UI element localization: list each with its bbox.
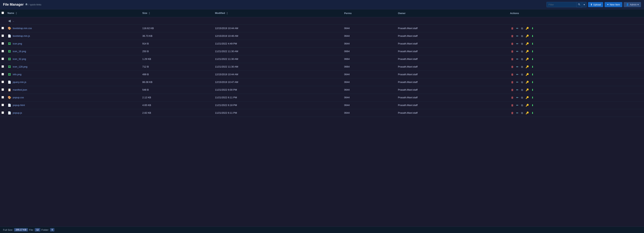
row-checkbox[interactable] (2, 81, 4, 83)
permissions-button[interactable]: 🔑 (525, 26, 530, 30)
row-checkbox-cell[interactable] (0, 78, 6, 86)
download-button[interactable]: ⬇ (530, 111, 535, 115)
admin-button[interactable]: 👤 Admin ▾ (624, 2, 641, 7)
edit-button[interactable]: ✏ (515, 72, 520, 76)
edit-button[interactable]: ✏ (515, 111, 520, 115)
row-checkbox-cell[interactable] (0, 109, 6, 117)
copy-button[interactable]: ⧉ (520, 65, 524, 69)
row-checkbox-cell[interactable] (0, 32, 6, 40)
row-checkbox-cell[interactable] (0, 55, 6, 63)
download-button[interactable]: ⬇ (530, 49, 535, 54)
download-button[interactable]: ⬇ (530, 88, 535, 92)
search-dropdown-button[interactable]: ▾ (582, 2, 586, 7)
upload-button[interactable]: ⬆ Upload (588, 2, 603, 7)
delete-button[interactable]: 🗑 (510, 57, 514, 61)
file-link[interactable]: manifest.json (13, 88, 27, 91)
row-checkbox-cell[interactable] (0, 48, 6, 55)
row-checkbox[interactable] (2, 27, 4, 29)
permissions-button[interactable]: 🔑 (525, 57, 530, 61)
permissions-button[interactable]: 🔑 (525, 72, 530, 76)
download-button[interactable]: ⬇ (530, 57, 535, 61)
row-checkbox-cell[interactable] (0, 94, 6, 101)
row-checkbox-cell[interactable] (0, 70, 6, 78)
delete-button[interactable]: 🗑 (510, 34, 514, 38)
download-button[interactable]: ⬇ (530, 26, 535, 30)
header-checkbox-cell[interactable] (0, 10, 6, 17)
download-button[interactable]: ⬇ (530, 34, 535, 38)
delete-button[interactable]: 🗑 (510, 80, 514, 84)
edit-button[interactable]: ✏ (515, 80, 520, 84)
row-checkbox-cell[interactable] (0, 86, 6, 94)
download-button[interactable]: ⬇ (530, 72, 535, 76)
row-checkbox[interactable] (2, 73, 4, 76)
permissions-button[interactable]: 🔑 (525, 65, 530, 69)
permissions-button[interactable]: 🔑 (525, 42, 530, 46)
permissions-button[interactable]: 🔑 (525, 111, 530, 115)
delete-button[interactable]: 🗑 (510, 72, 514, 76)
row-checkbox[interactable] (2, 112, 4, 114)
download-button[interactable]: ⬇ (530, 96, 535, 100)
new-item-button[interactable]: ✦ New Item (604, 2, 622, 7)
delete-button[interactable]: 🗑 (510, 88, 514, 92)
edit-button[interactable]: ✏ (515, 26, 520, 30)
delete-button[interactable]: 🗑 (510, 103, 514, 107)
file-link[interactable]: icon_16.png (13, 50, 26, 53)
download-button[interactable]: ⬇ (530, 42, 535, 46)
row-checkbox[interactable] (2, 65, 4, 68)
row-checkbox[interactable] (2, 58, 4, 60)
row-checkbox[interactable] (2, 104, 4, 106)
edit-button[interactable]: ✏ (515, 103, 520, 107)
permissions-button[interactable]: 🔑 (525, 88, 530, 92)
edit-button[interactable]: ✏ (515, 96, 520, 100)
edit-button[interactable]: ✏ (515, 57, 520, 61)
permissions-button[interactable]: 🔑 (525, 49, 530, 54)
permissions-button[interactable]: 🔑 (525, 80, 530, 84)
header-size[interactable]: Size ▲▼ (140, 10, 213, 17)
file-link[interactable]: icon.png (13, 42, 22, 45)
file-link[interactable]: bootstrap.min.css (13, 27, 32, 30)
edit-button[interactable]: ✏ (515, 88, 520, 92)
copy-button[interactable]: ⧉ (520, 49, 524, 54)
back-link[interactable]: .. (13, 19, 14, 22)
delete-button[interactable]: 🗑 (510, 96, 514, 100)
permissions-button[interactable]: 🔑 (525, 103, 530, 107)
file-link[interactable]: jquery.min.js (13, 81, 26, 84)
search-input[interactable] (546, 2, 576, 7)
row-checkbox[interactable] (2, 50, 4, 52)
copy-button[interactable]: ⧉ (520, 111, 524, 115)
breadcrumb-link[interactable]: quick-links (30, 3, 42, 6)
permissions-button[interactable]: 🔑 (525, 34, 530, 38)
edit-button[interactable]: ✏ (515, 34, 520, 38)
file-link[interactable]: icon_32.png (13, 58, 26, 60)
delete-button[interactable]: 🗑 (510, 65, 514, 69)
file-link[interactable]: popup.html (13, 104, 25, 106)
select-all-checkbox[interactable] (2, 12, 4, 14)
search-button[interactable] (576, 2, 582, 8)
edit-button[interactable]: ✏ (515, 65, 520, 69)
copy-button[interactable]: ⧉ (520, 26, 524, 30)
row-checkbox-cell[interactable] (0, 63, 6, 70)
header-owner[interactable]: Owner (396, 10, 508, 17)
download-button[interactable]: ⬇ (530, 65, 535, 69)
copy-button[interactable]: ⧉ (520, 57, 524, 61)
copy-button[interactable]: ⧉ (520, 34, 524, 38)
edit-button[interactable]: ✏ (515, 49, 520, 54)
row-checkbox[interactable] (2, 88, 4, 91)
copy-button[interactable]: ⧉ (520, 42, 524, 46)
copy-button[interactable]: ⧉ (520, 103, 524, 107)
delete-button[interactable]: 🗑 (510, 26, 514, 30)
file-link[interactable]: popup.css (13, 96, 24, 99)
download-button[interactable]: ⬇ (530, 80, 535, 84)
file-link[interactable]: bootstrap.min.js (13, 34, 30, 37)
delete-button[interactable]: 🗑 (510, 49, 514, 54)
copy-button[interactable]: ⧉ (520, 96, 524, 100)
copy-button[interactable]: ⧉ (520, 72, 524, 76)
row-checkbox[interactable] (2, 96, 4, 98)
row-checkbox-cell[interactable] (0, 40, 6, 48)
header-perms[interactable]: Perms (342, 10, 396, 17)
row-checkbox-cell[interactable] (0, 101, 6, 109)
file-link[interactable]: popup.js (13, 112, 22, 114)
edit-button[interactable]: ✏ (515, 42, 520, 46)
download-button[interactable]: ⬇ (530, 103, 535, 107)
file-link[interactable]: info.png (13, 73, 22, 76)
